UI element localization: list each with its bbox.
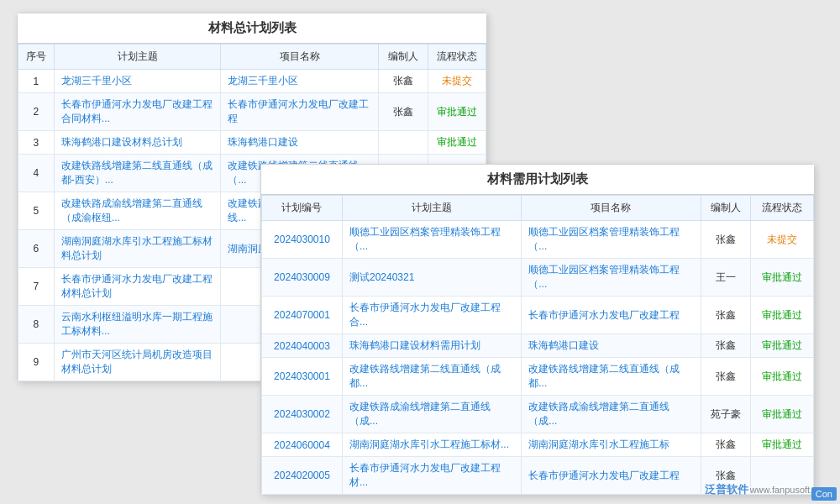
table2-col-code: 计划编号 — [262, 196, 343, 221]
watermark-logo: 泛普软件 — [705, 482, 748, 497]
cell-code: 2024030009 — [262, 259, 343, 297]
cell-project: 长春市伊通河水力发电厂改建工程 — [522, 297, 701, 334]
cell-seq: 4 — [18, 155, 55, 192]
cell-theme: 长春市伊通河水力发电厂改建工程材... — [342, 457, 521, 495]
cell-editor: 张鑫 — [379, 93, 428, 131]
cell-status: 审批通过 — [428, 131, 486, 155]
cell-project: 长春市伊通河水力发电厂改建工程 — [221, 93, 379, 131]
cell-seq: 2 — [18, 93, 55, 131]
cell-editor: 张鑫 — [701, 433, 751, 457]
cell-theme: 湖南洞庭湖水库引水工程施工标材... — [342, 433, 521, 457]
cell-theme: 测试20240321 — [342, 259, 521, 297]
cell-project: 改建铁路成渝线增建第二直通线（成... — [522, 396, 701, 433]
cell-project: 改建铁路线增建第二线直通线（成都... — [522, 358, 701, 396]
cell-status: 未提交 — [428, 70, 486, 93]
cell-status: 审批通过 — [751, 396, 814, 433]
table1-header-row: 序号 计划主题 项目名称 编制人 流程状态 — [18, 45, 486, 70]
table-row[interactable]: 2024030002 改建铁路成渝线增建第二直通线（成... 改建铁路成渝线增建… — [262, 396, 814, 433]
table-row[interactable]: 2024070001 长春市伊通河水力发电厂改建工程合... 长春市伊通河水力发… — [262, 297, 814, 334]
table-row[interactable]: 2024030009 测试20240321 顺德工业园区档案管理精装饰工程（..… — [262, 259, 814, 297]
table1-col-editor: 编制人 — [379, 45, 428, 70]
cell-theme: 广州市天河区统计局机房改造项目材料总计划 — [54, 344, 221, 381]
table-row[interactable]: 3 珠海鹤港口建设材料总计划 珠海鹤港口建设 审批通过 — [18, 131, 486, 155]
cell-theme: 改建铁路成渝线增建第二直通线（成... — [342, 396, 521, 433]
cell-project: 长春市伊通河水力发电厂改建工程 — [522, 457, 701, 495]
cell-code: 2024030010 — [262, 221, 343, 259]
cell-code: 2024060004 — [262, 433, 343, 457]
table2-col-status: 流程状态 — [751, 196, 814, 221]
cell-project: 龙湖三千里小区 — [221, 70, 379, 93]
cell-project: 顺德工业园区档案管理精装饰工程（... — [522, 221, 701, 259]
cell-project: 湖南洞庭湖水库引水工程施工标 — [522, 433, 701, 457]
cell-project: 珠海鹤港口建设 — [522, 334, 701, 358]
table2: 计划编号 计划主题 项目名称 编制人 流程状态 2024030010 顺德工业园… — [261, 195, 814, 495]
cell-theme: 长春市伊通河水力发电厂改建工程合同材料... — [54, 93, 221, 131]
cell-project: 顺德工业园区档案管理精装饰工程（... — [522, 259, 701, 297]
cell-status: 审批通过 — [428, 93, 486, 131]
table2-col-theme: 计划主题 — [342, 196, 521, 221]
cell-seq: 6 — [18, 230, 55, 268]
table1-col-project: 项目名称 — [221, 45, 379, 70]
cell-editor: 张鑫 — [701, 358, 751, 396]
table2-header-row: 计划编号 计划主题 项目名称 编制人 流程状态 — [262, 196, 814, 221]
corner-label[interactable]: Con — [811, 487, 837, 501]
cell-theme: 长春市伊通河水力发电厂改建工程材料总计划 — [54, 268, 221, 306]
table2-container: 材料需用计划列表 计划编号 计划主题 项目名称 编制人 流程状态 2024030… — [260, 164, 815, 496]
cell-editor: 张鑫 — [701, 334, 751, 358]
cell-status: 未提交 — [751, 221, 814, 259]
cell-editor: 王一 — [701, 259, 751, 297]
table2-col-editor: 编制人 — [701, 196, 751, 221]
cell-code: 2024030001 — [262, 358, 343, 396]
cell-theme: 珠海鹤港口建设材料需用计划 — [342, 334, 521, 358]
cell-editor: 张鑫 — [701, 297, 751, 334]
cell-theme: 珠海鹤港口建设材料总计划 — [54, 131, 221, 155]
cell-theme: 云南水利枢纽溢明水库一期工程施工标材料... — [54, 306, 221, 344]
table-row[interactable]: 2024030010 顺德工业园区档案管理精装饰工程（... 顺德工业园区档案管… — [262, 221, 814, 259]
cell-seq: 8 — [18, 306, 55, 344]
cell-theme: 改建铁路成渝线增建第二直通线（成渝枢纽... — [54, 192, 221, 230]
cell-seq: 7 — [18, 268, 55, 306]
cell-theme: 顺德工业园区档案管理精装饰工程（... — [342, 221, 521, 259]
cell-theme: 长春市伊通河水力发电厂改建工程合... — [342, 297, 521, 334]
cell-editor: 苑子豪 — [701, 396, 751, 433]
cell-status: 审批通过 — [751, 297, 814, 334]
cell-editor: 张鑫 — [701, 221, 751, 259]
cell-editor — [379, 131, 428, 155]
cell-project: 珠海鹤港口建设 — [221, 131, 379, 155]
cell-code: 2024070001 — [262, 297, 343, 334]
table-row[interactable]: 1 龙湖三千里小区 龙湖三千里小区 张鑫 未提交 — [18, 70, 486, 93]
table1-title: 材料总计划列表 — [18, 13, 486, 44]
cell-status: 审批通过 — [751, 259, 814, 297]
table-row[interactable]: 2024060004 湖南洞庭湖水库引水工程施工标材... 湖南洞庭湖水库引水工… — [262, 433, 814, 457]
table2-title: 材料需用计划列表 — [261, 165, 814, 195]
cell-seq: 1 — [18, 70, 55, 93]
cell-status: 审批通过 — [751, 334, 814, 358]
cell-theme: 改建铁路线增建第二线直通线（成都... — [342, 358, 521, 396]
cell-seq: 9 — [18, 344, 55, 381]
cell-status: 审批通过 — [751, 433, 814, 457]
table1-col-status: 流程状态 — [428, 45, 486, 70]
cell-code: 2024020005 — [262, 457, 343, 495]
cell-editor: 张鑫 — [379, 70, 428, 93]
cell-code: 2024030002 — [262, 396, 343, 433]
cell-theme: 改建铁路线增建第二线直通线（成都-西安）... — [54, 155, 221, 192]
cell-theme: 龙湖三千里小区 — [54, 70, 221, 93]
cell-code: 2024040003 — [262, 334, 343, 358]
table-row[interactable]: 2024040003 珠海鹤港口建设材料需用计划 珠海鹤港口建设 张鑫 审批通过 — [262, 334, 814, 358]
table1-col-seq: 序号 — [18, 45, 55, 70]
cell-theme: 湖南洞庭湖水库引水工程施工标材料总计划 — [54, 230, 221, 268]
table-row[interactable]: 2 长春市伊通河水力发电厂改建工程合同材料... 长春市伊通河水力发电厂改建工程… — [18, 93, 486, 131]
cell-status: 审批通过 — [751, 358, 814, 396]
table1-col-theme: 计划主题 — [54, 45, 221, 70]
table-row[interactable]: 2024030001 改建铁路线增建第二线直通线（成都... 改建铁路线增建第二… — [262, 358, 814, 396]
cell-seq: 5 — [18, 192, 55, 230]
cell-seq: 3 — [18, 131, 55, 155]
table2-col-project: 项目名称 — [522, 196, 701, 221]
